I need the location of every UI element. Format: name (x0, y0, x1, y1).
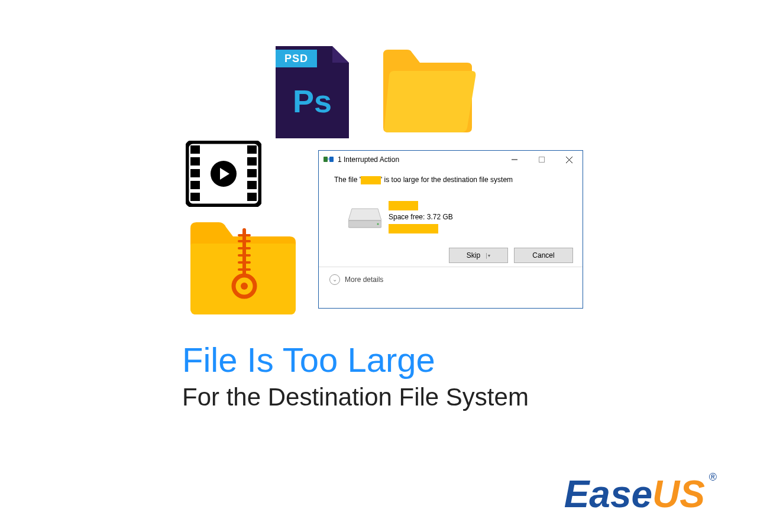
dialog-titlebar: 1 Interrupted Action (319, 151, 583, 168)
drive-icon (348, 205, 381, 229)
svg-rect-24 (539, 157, 545, 163)
svg-rect-4 (190, 181, 200, 189)
redacted-drive-name (389, 201, 418, 210)
dialog-message: The file '' is too large for the destina… (319, 168, 583, 188)
maximize-button[interactable] (528, 151, 555, 168)
redacted-filename (361, 176, 381, 184)
redacted-info (389, 224, 438, 233)
ps-text: Ps (276, 83, 349, 119)
svg-rect-6 (247, 145, 257, 154)
svg-rect-14 (238, 240, 251, 242)
svg-point-28 (377, 223, 379, 225)
interrupted-action-dialog: 1 Interrupted Action The file '' is too … (318, 150, 583, 309)
svg-rect-3 (190, 169, 200, 177)
zip-folder-icon (190, 222, 296, 317)
dropdown-arrow-icon: │▾ (485, 253, 490, 258)
dialog-title: 1 Interrupted Action (338, 155, 399, 164)
minimize-button[interactable] (501, 151, 528, 168)
svg-rect-2 (190, 157, 200, 166)
svg-rect-17 (238, 261, 251, 264)
psd-badge: PSD (276, 50, 317, 67)
psd-file-icon: PSD Ps (276, 46, 349, 138)
skip-button[interactable]: Skip │▾ (449, 248, 508, 263)
headline-primary: File Is Too Large (182, 340, 435, 379)
registered-mark: ® (709, 472, 717, 482)
drive-info: Space free: 3.72 GB (389, 200, 453, 235)
svg-rect-13 (238, 234, 251, 236)
space-free-text: Space free: 3.72 GB (389, 212, 453, 223)
folder-icon (378, 45, 477, 135)
svg-rect-1 (190, 145, 200, 154)
svg-rect-5 (190, 193, 200, 201)
video-film-icon (186, 141, 261, 209)
easeus-logo: EaseUS ® (564, 475, 705, 513)
svg-rect-15 (238, 247, 251, 249)
svg-rect-16 (238, 254, 251, 257)
cancel-button[interactable]: Cancel (514, 248, 573, 263)
svg-rect-27 (348, 220, 381, 228)
headline-secondary: For the Destination File System (182, 383, 529, 411)
svg-rect-9 (247, 181, 257, 189)
copy-progress-icon (323, 155, 334, 164)
svg-point-20 (241, 283, 248, 290)
svg-rect-18 (238, 268, 251, 271)
svg-rect-21 (323, 157, 328, 162)
svg-rect-10 (247, 193, 257, 201)
svg-rect-8 (247, 169, 257, 177)
chevron-down-icon: ⌄ (329, 274, 340, 285)
svg-rect-7 (247, 157, 257, 166)
more-details-toggle[interactable]: ⌄ More details (319, 267, 583, 291)
close-button[interactable] (555, 151, 583, 168)
